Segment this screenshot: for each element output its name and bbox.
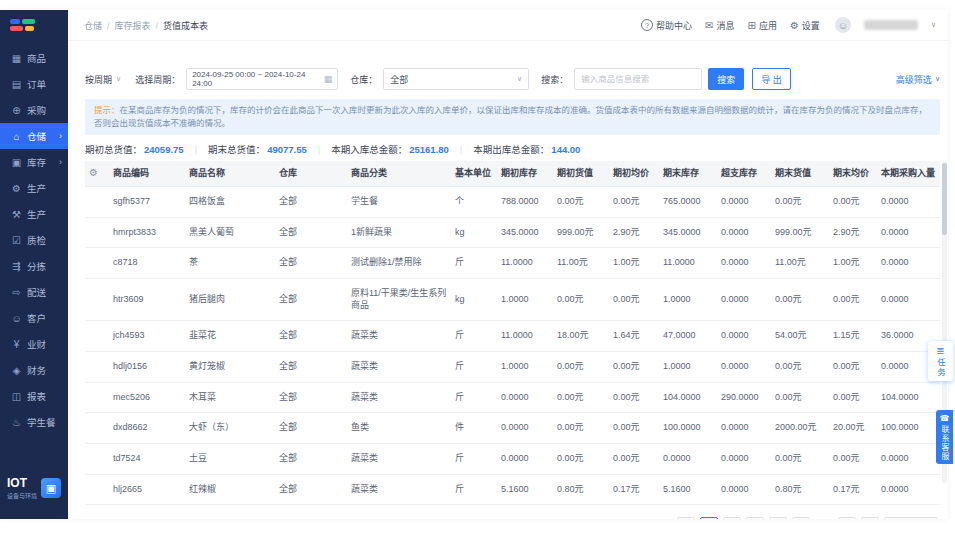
table-cell: 木耳菜	[185, 382, 275, 413]
settings-link[interactable]: ⚙设置	[790, 19, 820, 32]
table-cell: 四格饭盒	[185, 186, 275, 217]
chevron-down-icon: ∨	[935, 75, 940, 83]
period-mode-select[interactable]: 按周期∨	[85, 73, 121, 86]
sidebar-item-production[interactable]: ⚙生产	[0, 175, 68, 201]
app-logo	[10, 19, 38, 31]
table-cell: hlj2665	[109, 474, 185, 505]
page-4-button[interactable]: 4	[769, 517, 787, 519]
sidebar-item-reports[interactable]: ◫报表	[0, 383, 68, 409]
table-cell: 全部	[275, 248, 347, 279]
breadcrumb-root[interactable]: 仓储	[84, 21, 102, 31]
table-cell: 土豆	[185, 444, 275, 475]
user-avatar[interactable]: ☺	[835, 17, 851, 33]
table-cell: 全部	[275, 444, 347, 475]
sidebar-item-orders[interactable]: ▤订单	[0, 71, 68, 97]
user-menu-caret-icon[interactable]: ∨	[931, 21, 936, 29]
chevron-down-icon: ∨	[517, 75, 522, 83]
main-area: 仓储/库存报表/货值成本表 ?帮助中心 ✉消息 ⊞应用 ⚙设置 ☺ ∨ 按周期∨…	[68, 10, 948, 519]
page-2-button[interactable]: 2	[723, 517, 741, 519]
table-row[interactable]: hdlj0156黄灯笼椒全部蔬菜类斤1.00000.00元0.00元1.0000…	[85, 351, 940, 382]
logo-mark-blue	[10, 19, 20, 24]
sidebar-item-sorting[interactable]: ⇶分拣	[0, 253, 68, 279]
iot-brand: IOT 设备与环境	[7, 477, 37, 500]
table-cell: 蔬菜类	[347, 474, 451, 505]
table-row[interactable]: td7524土豆全部蔬菜类斤0.00000.00元0.00元0.00000.00…	[85, 444, 940, 475]
table-cell: 0.00元	[553, 413, 609, 444]
table-row[interactable]: sgfh5377四格饭盒全部学生餐个788.00000.00元0.00元765.…	[85, 186, 940, 217]
apps-link[interactable]: ⊞应用	[747, 19, 776, 32]
page-size-select[interactable]: 10 条/页∨	[884, 517, 938, 519]
table-cell: 0.00元	[553, 186, 609, 217]
sidebar-item-production-2[interactable]: ⚒生产	[0, 201, 68, 227]
table-cell: 茶	[185, 248, 275, 279]
sidebar-item-delivery[interactable]: ⇨配送	[0, 279, 68, 305]
sidebar-item-finance[interactable]: ◈财务	[0, 357, 68, 383]
table-cell: 0.00元	[609, 413, 659, 444]
page-ellipsis[interactable]: ...	[815, 517, 833, 519]
messages-link[interactable]: ✉消息	[705, 19, 734, 32]
prev-page-button[interactable]: ‹	[677, 517, 695, 519]
advanced-filter-link[interactable]: 高级筛选∨	[896, 73, 940, 86]
sidebar-item-procurement[interactable]: ⊕采购	[0, 97, 68, 123]
table-cell: 0.00元	[771, 278, 829, 320]
table-cell: htr3609	[109, 278, 185, 320]
column-header: 商品编码	[109, 161, 185, 186]
date-range-input[interactable]: 2024-09-25 00:00 ~ 2024-10-24 24:00▦	[186, 68, 338, 90]
table-cell: 345.0000	[497, 217, 553, 248]
table-cell: 蔬菜类	[347, 351, 451, 382]
breadcrumb-section[interactable]: 库存报表	[115, 21, 151, 31]
sidebar-item-student-meals[interactable]: ♨学生餐	[0, 409, 68, 435]
sidebar-item-quality[interactable]: ☑质检	[0, 227, 68, 253]
sidebar-item-label: 库存	[27, 155, 46, 169]
summary-value: 49077.55	[267, 144, 307, 155]
sidebar-item-inventory[interactable]: ▣库存›	[0, 149, 68, 175]
apps-label: 应用	[759, 19, 777, 32]
page-8-button[interactable]: 8	[838, 517, 856, 519]
column-settings-icon[interactable]: ⚙	[89, 167, 98, 178]
table-cell: 猪后腿肉	[185, 278, 275, 320]
table-cell: 11.00元	[771, 248, 829, 279]
range-label: 选择周期：	[135, 73, 180, 86]
table-row[interactable]: mec5206木耳菜全部蔬菜类斤0.00000.00元0.00元104.0000…	[85, 382, 940, 413]
table-row[interactable]: htr3609猪后腿肉全部原料11/干果类/生生系列商品kg1.00000.00…	[85, 278, 940, 320]
search-button[interactable]: 搜索	[708, 68, 744, 90]
sidebar-item-goods[interactable]: ▦商品	[0, 45, 68, 71]
help-icon: ?	[641, 19, 653, 31]
warehouse-icon: ⌂	[11, 131, 22, 142]
search-input[interactable]	[574, 68, 702, 90]
scrollbar-thumb[interactable]	[942, 163, 947, 235]
table-cell: 1.64元	[609, 321, 659, 352]
page-5-button[interactable]: 5	[792, 517, 810, 519]
table-cell: kg	[451, 278, 497, 320]
sidebar-item-warehouse[interactable]: ⌂仓储›	[0, 123, 68, 149]
export-button[interactable]: 导 出	[752, 68, 791, 90]
page-3-button[interactable]: 3	[746, 517, 764, 519]
table-row[interactable]: dxd8662大虾（东）全部鱼类件0.00000.00元0.00元100.000…	[85, 413, 940, 444]
table-cell: 0.00元	[829, 382, 877, 413]
column-header: 期初货值	[553, 161, 609, 186]
table-row[interactable]: jch4593韭菜花全部蔬菜类斤11.000018.00元1.64元47.000…	[85, 321, 940, 352]
summary-label: 本期入库总金额：	[331, 144, 407, 155]
table-row[interactable]: hmrpt3833黑美人葡萄全部1新鲜蔬果kg345.0000999.00元2.…	[85, 217, 940, 248]
sidebar-item-label: 客户	[27, 311, 46, 325]
table-cell: c8718	[109, 248, 185, 279]
sidebar-item-label: 业财	[27, 337, 46, 351]
warehouse-select[interactable]: 全部∨	[383, 68, 529, 90]
table-cell: 20.00元	[829, 413, 877, 444]
tasks-widget[interactable]: ≣ 任务	[928, 341, 953, 381]
next-page-button[interactable]: ›	[861, 517, 879, 519]
customer-service-widget[interactable]: ☎ 联系客服	[936, 410, 953, 464]
table-row[interactable]: hlj2665红辣椒全部蔬菜类斤5.16000.80元0.17元5.16000.…	[85, 474, 940, 505]
table-cell: 0.0000	[717, 278, 771, 320]
sidebar-item-biz-finance[interactable]: ¥业财	[0, 331, 68, 357]
iot-subtitle: 设备与环境	[7, 491, 37, 500]
table-cell: dxd8662	[109, 413, 185, 444]
table-cell: 斤	[451, 382, 497, 413]
table-row[interactable]: c8718茶全部测试删除1/禁用除斤11.000011.00元1.00元11.0…	[85, 248, 940, 279]
sidebar-item-customers[interactable]: ☺客户	[0, 305, 68, 331]
page-1-button[interactable]: 1	[700, 517, 718, 519]
help-center-link[interactable]: ?帮助中心	[641, 19, 692, 32]
column-header: 本期采购入量	[877, 161, 940, 186]
inventory-icon: ▣	[11, 157, 22, 168]
row-icon-cell	[85, 217, 109, 248]
